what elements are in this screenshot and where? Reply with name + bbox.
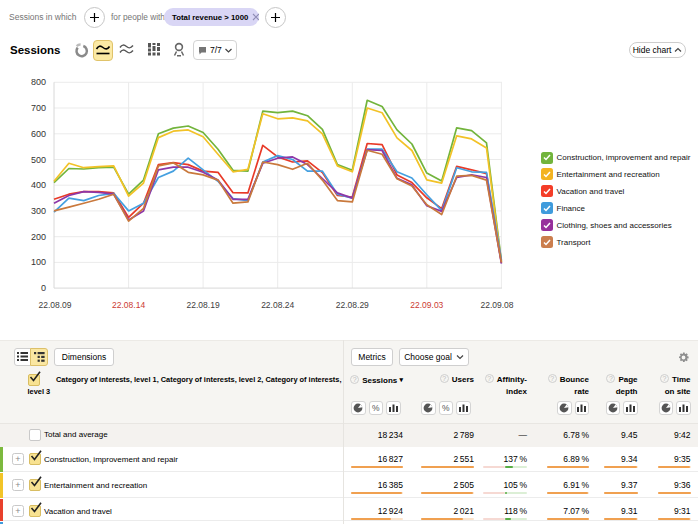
- svg-text:300: 300: [31, 206, 46, 216]
- svg-text:600: 600: [31, 129, 46, 139]
- svg-text:700: 700: [31, 103, 46, 113]
- svg-text:0: 0: [41, 283, 46, 293]
- svg-text:200: 200: [31, 232, 46, 242]
- svg-text:22.08.24: 22.08.24: [261, 300, 294, 310]
- svg-text:400: 400: [31, 180, 46, 190]
- svg-text:100: 100: [31, 257, 46, 267]
- svg-text:22.09.03: 22.09.03: [410, 300, 443, 310]
- svg-text:22.08.09: 22.08.09: [38, 300, 71, 310]
- svg-text:22.08.19: 22.08.19: [187, 300, 220, 310]
- svg-text:800: 800: [31, 77, 46, 87]
- svg-text:500: 500: [31, 155, 46, 165]
- svg-text:22.08.14: 22.08.14: [112, 300, 145, 310]
- svg-text:22.08.29: 22.08.29: [336, 300, 369, 310]
- svg-text:22.09.08: 22.09.08: [480, 300, 513, 310]
